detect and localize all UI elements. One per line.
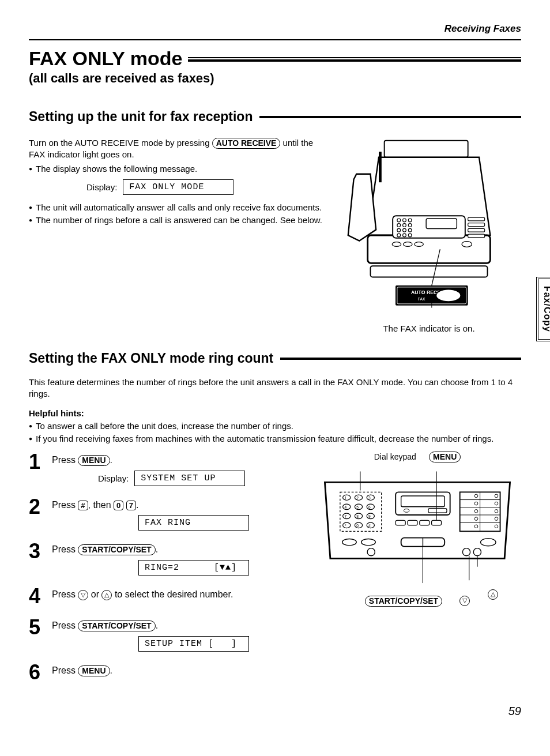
svg-rect-0: [385, 141, 468, 157]
bullet-ring-change: The number of rings before a call is ans…: [29, 215, 325, 226]
svg-text:2: 2: [356, 495, 359, 499]
control-panel-illustration: Dial keypad MENU 123 456 789 *0#: [314, 452, 521, 693]
svg-rect-64: [432, 520, 442, 525]
svg-point-73: [474, 502, 478, 505]
hint2: If you find receiving faxes from machine…: [29, 433, 521, 445]
page-number: 59: [29, 705, 521, 718]
step-4: 4 Press ▽ or △ to select the desired num…: [29, 586, 302, 607]
arrow-up-key: △: [101, 590, 112, 600]
start-copy-set-key: START/COPY/SET: [78, 544, 155, 555]
step-num: 5: [29, 617, 44, 638]
hint1: To answer a call before the unit does, i…: [29, 420, 521, 432]
arrow-down-key: ▽: [78, 590, 88, 600]
svg-rect-58: [401, 496, 445, 507]
svg-point-81: [342, 539, 357, 545]
svg-text:8: 8: [356, 514, 359, 518]
auto-receive-key: AUTO RECEIVE: [212, 138, 281, 149]
svg-point-6: [397, 219, 401, 222]
svg-rect-3: [379, 152, 382, 182]
page-subtitle: (all calls are received as faxes): [29, 71, 521, 86]
lcd-fax-only-mode: FAX ONLY MODE: [123, 179, 233, 195]
svg-rect-23: [468, 223, 485, 227]
svg-point-17: [408, 234, 412, 237]
section2-head-row: Setting the FAX ONLY mode ring count: [29, 351, 521, 366]
start-copy-set-label: START/COPY/SET: [365, 596, 442, 607]
step-num: 1: [29, 452, 44, 472]
side-tab-fax-copy: Fax/Copy: [536, 277, 550, 341]
svg-rect-2: [371, 266, 488, 277]
step-3: 3 Press START/COPY/SET. RING=2 [▼▲]: [29, 541, 302, 576]
svg-point-15: [397, 234, 401, 237]
fax-machine-illustration: AUTO RECEIVE FAX The FAX indicator is on…: [337, 135, 521, 333]
svg-point-77: [474, 517, 478, 521]
lcd-setup-item: SETUP ITEM [ ]: [138, 636, 249, 652]
step-2: 2 Press #, then 0 7. FAX RING: [29, 497, 302, 531]
svg-rect-25: [468, 234, 485, 238]
section2-heading: Setting the FAX ONLY mode ring count: [29, 351, 273, 366]
svg-point-16: [403, 234, 406, 237]
page-title: FAX ONLY mode: [29, 47, 182, 70]
svg-rect-62: [408, 520, 417, 525]
step-text: .: [110, 665, 112, 675]
svg-rect-61: [395, 520, 405, 525]
step-text: , then: [88, 500, 114, 510]
step-num: 4: [29, 586, 44, 607]
svg-point-18: [392, 242, 401, 247]
dial-keypad-label: Dial keypad: [374, 452, 416, 461]
title-row: FAX ONLY mode: [29, 47, 521, 70]
step-text: .: [110, 455, 112, 465]
step-5: 5 Press START/COPY/SET. SETUP ITEM [ ]: [29, 617, 302, 652]
display-label: Display:: [98, 473, 129, 483]
svg-text:0: 0: [356, 524, 359, 528]
hash-key: #: [78, 501, 88, 511]
section2-intro: This feature determines the number of ri…: [29, 377, 521, 400]
svg-rect-24: [468, 228, 485, 232]
step-text: .: [156, 544, 158, 554]
svg-point-10: [403, 224, 406, 227]
step-text: Press: [52, 665, 78, 675]
step-text: .: [156, 620, 158, 630]
menu-key: MENU: [78, 665, 110, 676]
intro-text: Turn on the AUTO RECEIVE mode by pressin…: [29, 138, 209, 148]
svg-point-76: [495, 509, 498, 513]
bullet-auto-answer: The unit will automatically answer all c…: [29, 202, 325, 213]
svg-rect-1: [368, 235, 491, 263]
section2-rule: [280, 358, 521, 360]
step-text: Press: [52, 500, 78, 510]
svg-point-82: [361, 539, 376, 545]
intro-line1: Turn on the AUTO RECEIVE mode by pressin…: [29, 137, 325, 161]
svg-rect-5: [426, 219, 457, 228]
svg-point-29: [436, 289, 461, 302]
svg-point-84: [481, 538, 496, 546]
steps-column: 1 Press MENU. Display: SYSTEM SET UP 2 P…: [29, 452, 302, 693]
step-1: 1 Press MENU. Display: SYSTEM SET UP: [29, 452, 302, 486]
step-text: Press: [52, 620, 78, 630]
step-text: .: [136, 500, 138, 510]
svg-point-7: [403, 219, 406, 222]
svg-point-9: [397, 224, 401, 227]
svg-text:6: 6: [368, 505, 371, 509]
step-num: 6: [29, 662, 44, 683]
svg-text:FAX: FAX: [418, 297, 425, 301]
svg-point-19: [404, 242, 412, 247]
svg-point-42: [343, 522, 351, 528]
step-num: 3: [29, 541, 44, 562]
svg-point-21: [462, 242, 472, 247]
bullet-display-msg: The display shows the following message.: [29, 163, 325, 175]
svg-text:5: 5: [356, 505, 359, 509]
zero-key: 0: [114, 501, 123, 511]
lcd-fax-ring: FAX RING: [138, 515, 249, 531]
svg-text:*: *: [345, 524, 346, 528]
svg-point-83: [367, 548, 375, 555]
svg-text:4: 4: [344, 505, 346, 509]
step-text: Press: [52, 589, 78, 599]
svg-text:9: 9: [368, 514, 371, 518]
svg-point-87: [462, 548, 470, 555]
display-label: Display:: [86, 182, 117, 192]
section1-text: Turn on the AUTO RECEIVE mode by pressin…: [29, 135, 325, 333]
menu-key: MENU: [78, 455, 110, 466]
svg-rect-63: [420, 520, 430, 525]
fax-machine-icon: AUTO RECEIVE FAX: [345, 135, 513, 319]
section1-heading: Setting up the unit for fax reception: [29, 109, 253, 125]
svg-point-12: [397, 228, 401, 232]
